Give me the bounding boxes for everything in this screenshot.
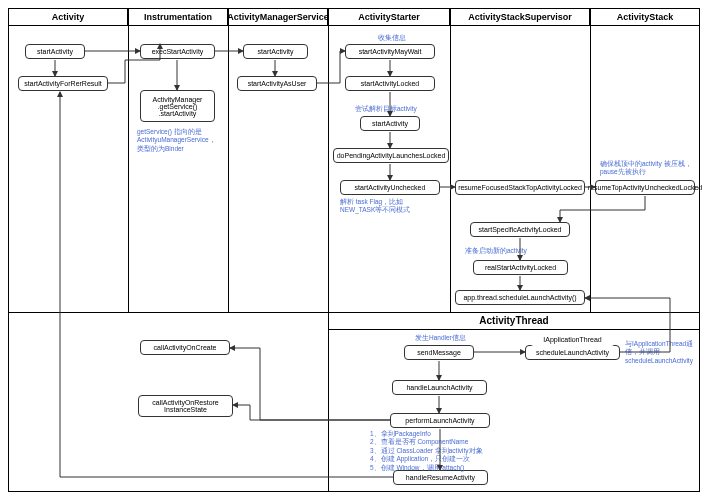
node-calloncreate: callActivityOnCreate <box>140 340 230 355</box>
lane-divider <box>328 26 329 492</box>
node-startspecific: startSpecificActivityLocked <box>470 222 570 237</box>
node-sendmessage: sendMessage <box>404 345 474 360</box>
lane-ams: ActivityManagerService <box>228 8 328 26</box>
lane-activity: Activity <box>8 8 128 26</box>
node-iapplicationthread: IApplicationThread <box>530 333 615 346</box>
node-resumefocused: resumeFocusedStackTopActivityLocked <box>455 180 585 195</box>
note-ipc: 与IApplicationThread通信，并调用scheduleLaunchA… <box>625 340 697 365</box>
note-collect: 收集信息 <box>378 34 406 42</box>
note-prepare: 准备启动新的activity <box>465 247 527 255</box>
node-maywait: startActivityMayWait <box>345 44 435 59</box>
note-pause: 确保栈顶中的activity 被压栈，pause先被执行 <box>600 160 695 177</box>
lane-divider <box>450 26 451 312</box>
lane-starter: ActivityStarter <box>328 8 450 26</box>
node-performlaunch: performLaunchActivity <box>390 413 490 428</box>
node-dopending: doPendingActivityLaunchesLocked <box>333 148 449 163</box>
note-perform: 1、拿到PackageInfo 2、查看是否有 ComponentName 3、… <box>370 430 510 472</box>
lane-divider <box>228 26 229 312</box>
section-divider <box>8 312 700 313</box>
section-header: ActivityThread <box>328 315 700 326</box>
node-handlelaunch: handleLaunchActivity <box>392 380 487 395</box>
note-getservice: getService() 指向的是ActivityuManagerService… <box>137 128 222 153</box>
node-startactivity: startActivity <box>25 44 85 59</box>
lane-stack: ActivityStack <box>590 8 700 26</box>
node-ams-startactivity: startActivity <box>243 44 308 59</box>
node-schedulelaunchactivity: scheduleLaunchActivity <box>525 345 620 360</box>
note-taskflag: 解析 task Flag，比如 NEW_TASK等不同模式 <box>340 198 440 215</box>
node-getservice: ActivityManager .getService() .startActi… <box>140 90 215 122</box>
note-parse: 尝试解析目标activity <box>355 105 417 113</box>
node-schedulelaunch: app.thread.scheduleLaunchActivity() <box>455 290 585 305</box>
node-callonrestore: callActivityOnRestore InstanceState <box>138 395 233 417</box>
lane-divider <box>590 26 591 312</box>
node-execstartactivity: execStartActivity <box>140 44 215 59</box>
node-handleresume: handleResumeActivity <box>393 470 488 485</box>
section-underline <box>328 329 700 330</box>
node-realstart: realStartActivityLocked <box>473 260 568 275</box>
node-resumetop: resumeTopActivityUncheckedLocked <box>595 180 695 195</box>
node-startactivitylocked: startActivityLocked <box>345 76 435 91</box>
node-startactivityforresult: startActivityForRerResult <box>18 76 108 91</box>
lane-divider <box>128 26 129 312</box>
lane-supervisor: ActivityStackSupervisor <box>450 8 590 26</box>
node-ams-startactivityasuser: startActivityAsUser <box>237 76 317 91</box>
node-unchecked: startActivityUnchecked <box>340 180 440 195</box>
lane-instrumentation: Instrumentation <box>128 8 228 26</box>
node-starter-startactivity: startActivity <box>360 116 420 131</box>
note-handler: 发生Handler信息 <box>415 334 466 342</box>
